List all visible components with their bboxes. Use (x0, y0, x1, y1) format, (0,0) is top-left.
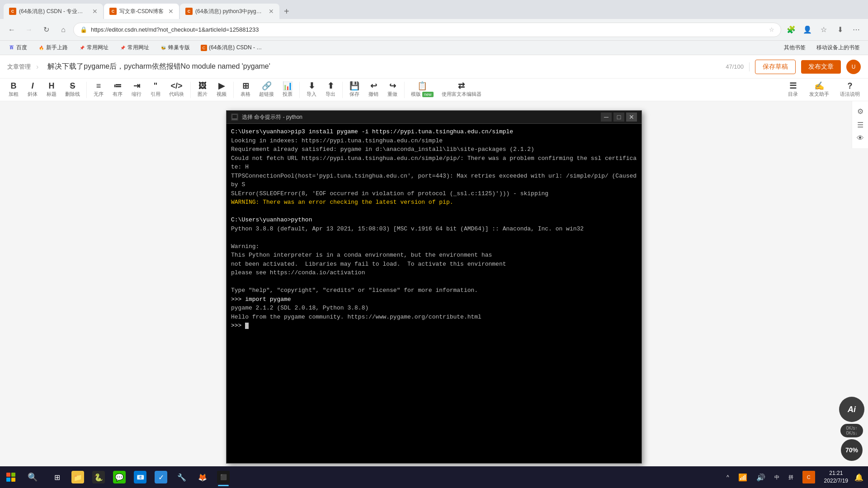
toolbar-heading[interactable]: H 标题 (42, 80, 61, 99)
toolbar-template[interactable]: 📋 模版 new (407, 80, 437, 99)
battery-widget[interactable]: 70% (841, 439, 863, 461)
terminal-maximize[interactable]: □ (613, 113, 624, 122)
bookmark-beehive[interactable]: 🐝 蜂巢专版 (156, 42, 193, 53)
speed-widget[interactable]: Ai (839, 397, 864, 422)
taskbar-network[interactable]: 📶 (735, 471, 751, 483)
bookmark-csdn[interactable]: C (64条消息) CSDN - … (197, 42, 265, 53)
toolbar-code-block[interactable]: </> 代码块 (165, 80, 188, 99)
template-new-badge: new (422, 92, 434, 97)
tab-3-close[interactable]: ✕ (269, 8, 274, 15)
taskbar-todo[interactable]: ✓ (151, 467, 171, 487)
toolbar-redo[interactable]: ↪ 重做 (383, 80, 401, 99)
speed-down: 0K/s↓ (846, 431, 857, 436)
taskbar-file-explorer[interactable]: 📁 (68, 467, 88, 487)
windows-start-button[interactable] (0, 466, 22, 488)
tab-1-close[interactable]: ✕ (92, 8, 98, 15)
template-label: 模版 new (411, 91, 434, 98)
taskbar-ime[interactable]: 拼 (785, 472, 797, 483)
bookmark-common1-label: 常用网址 (87, 44, 108, 52)
rs-settings-btn[interactable]: ⚙ (854, 105, 867, 117)
terminal-close[interactable]: ✕ (626, 113, 637, 122)
user-avatar[interactable]: U (846, 60, 861, 74)
toolbar-export[interactable]: ⬆ 导出 (321, 80, 340, 99)
taskbar-task-view[interactable]: ⊞ (47, 467, 67, 487)
toolbar-import[interactable]: ⬇ 导入 (302, 80, 321, 99)
toolbar-ordered[interactable]: ≔ 有序 (108, 80, 127, 99)
forward-button[interactable]: → (22, 23, 36, 37)
notification-button[interactable]: 🔔 (854, 472, 864, 483)
svg-rect-1 (232, 115, 237, 118)
toolbar-quote[interactable]: " 引用 (146, 80, 165, 99)
taskbar-firefox[interactable]: 🦊 (193, 467, 212, 487)
toolbar-indent[interactable]: ⇥ 缩行 (127, 80, 146, 99)
toolbar-save[interactable]: 💾 保存 (345, 80, 363, 99)
toolbar-usage[interactable]: ? 语法说明 (836, 80, 863, 99)
toolbar-table[interactable]: ⊞ 表格 (236, 80, 255, 99)
home-button[interactable]: ⌂ (56, 23, 71, 37)
bookmark-common1[interactable]: 📌 常用网址 (75, 42, 112, 53)
bookmark-other[interactable]: 其他书签 (780, 42, 809, 53)
refresh-button[interactable]: ↻ (39, 23, 53, 37)
bookmark-baidu-icon: 百 (8, 45, 14, 51)
taskbar-wechat[interactable]: 💬 (109, 467, 129, 487)
tab-3[interactable]: C (64条消息) python3中pygame… ✕ (180, 4, 279, 19)
toolbar-writing-aid[interactable]: ✍ 发文助手 (806, 80, 833, 99)
bookmark-new-user-icon: 🔥 (38, 45, 44, 51)
article-management-link[interactable]: 文章管理 (7, 63, 31, 71)
extensions-button[interactable]: 🧩 (784, 23, 798, 37)
tab-bar: C (64条消息) CSDN - 专业开发者… ✕ C 写文章-CSDN博客 ✕… (0, 0, 868, 19)
menu-button[interactable]: ⋯ (849, 23, 863, 37)
taskbar-keyboard[interactable]: 中 (771, 472, 783, 483)
taskbar-clock[interactable]: 21:21 2022/7/19 (821, 469, 852, 485)
profile-button[interactable]: 👤 (800, 23, 815, 37)
taskbar-volume[interactable]: 🔊 (753, 471, 769, 483)
toolbar-strikethrough[interactable]: S 删除线 (61, 80, 84, 99)
tab-3-favicon: C (185, 8, 193, 15)
term-line-pygame-ver: pygame 2.1.2 (SDL 2.0.18, Python 3.8.8) (231, 304, 637, 313)
taskbar-outlook[interactable]: 📧 (130, 467, 150, 487)
bookmark-baidu[interactable]: 百 百度 (5, 42, 31, 53)
downloads-button[interactable]: ⬇ (833, 23, 847, 37)
toolbar-video[interactable]: ▶ 视频 (212, 80, 231, 99)
save-draft-button[interactable]: 保存草稿 (755, 60, 796, 74)
bookmark-new-user[interactable]: 🔥 新手上路 (34, 42, 71, 53)
taskbar-search-button[interactable]: 🔍 (22, 466, 43, 488)
tab-2[interactable]: C 写文章-CSDN博客 ✕ (104, 4, 179, 19)
address-bar[interactable]: 🔒 https://editor.csdn.net/md?not_checkou… (73, 23, 781, 37)
italic-icon: I (31, 82, 33, 90)
taskbar-pycharm[interactable]: 🐍 (89, 467, 108, 487)
taskbar-csdn-notify[interactable]: C (799, 467, 819, 487)
toolbar-toc[interactable]: ☰ 目录 (784, 80, 802, 99)
terminal-minimize[interactable]: ─ (601, 113, 612, 122)
toolbar-vote[interactable]: 📊 投票 (278, 80, 297, 99)
bookmark-csdn-label: (64条消息) CSDN - … (209, 44, 262, 52)
new-tab-button[interactable]: + (280, 6, 293, 17)
favorites-button[interactable]: ☆ (816, 23, 831, 37)
win-logo-cell-1 (6, 473, 10, 477)
rs-list-btn[interactable]: ☰ (854, 118, 867, 131)
toolbar-link[interactable]: 🔗 超链接 (255, 80, 278, 99)
term-line-blank3 (231, 277, 637, 286)
rs-eye-btn[interactable]: 👁 (854, 132, 867, 145)
indent-icon: ⇥ (133, 82, 140, 90)
taskbar-app8[interactable]: 🔧 (172, 467, 192, 487)
tab-2-close[interactable]: ✕ (168, 8, 174, 15)
bookmark-common2[interactable]: 📌 常用网址 (116, 42, 153, 53)
taskbar-expand[interactable]: ^ (723, 472, 733, 482)
toolbar-image[interactable]: 🖼 图片 (193, 80, 212, 99)
toolbar-rich-text[interactable]: ⇄ 使用富文本编辑器 (438, 80, 485, 99)
bookmark-mobile[interactable]: 移动设备上的书签 (813, 42, 863, 53)
taskbar-terminal[interactable]: ⬛ (213, 467, 233, 487)
term-line-blank2 (231, 233, 637, 242)
back-button[interactable]: ← (5, 23, 19, 37)
toolbar-divider-4 (299, 82, 300, 98)
toolbar-italic[interactable]: I 斜体 (24, 80, 42, 99)
publish-button[interactable]: 发布文章 (801, 60, 841, 74)
toolbar-undo[interactable]: ↩ 撤销 (364, 80, 382, 99)
toolbar-unordered[interactable]: ≡ 无序 (90, 80, 108, 99)
toolbar-bold[interactable]: B 加粗 (5, 80, 23, 99)
win-logo-cell-2 (11, 473, 15, 477)
article-title-input[interactable] (44, 59, 720, 75)
tab-1[interactable]: C (64条消息) CSDN - 专业开发者… ✕ (4, 4, 103, 19)
win-logo-cell-4 (11, 478, 15, 482)
